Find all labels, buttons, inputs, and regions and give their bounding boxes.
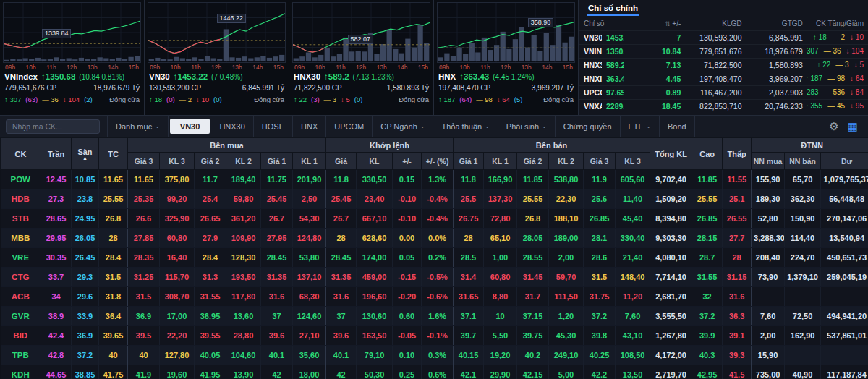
price-cell[interactable]: 193,50 (226, 268, 261, 287)
price-cell[interactable]: 25.45 (261, 190, 293, 209)
price-cell[interactable]: 31.55 (195, 287, 226, 307)
price-cell[interactable]: 28.6 (584, 248, 616, 268)
index-row-vnindex[interactable]: VNINDEX1350.6810.84779,651,67618,976.679… (579, 44, 868, 58)
price-cell[interactable]: 72,80 (484, 209, 517, 229)
price-cell[interactable]: 25.6 (584, 190, 616, 209)
ticker-row-kdh[interactable]: KDH44.6538.8541.7541.919,6041.9513,90421… (1, 365, 868, 379)
price-cell[interactable]: 605,60 (616, 170, 650, 190)
price-cell[interactable]: 11.65 (128, 170, 160, 190)
price-cell[interactable]: 31.4 (454, 268, 484, 287)
price-cell[interactable]: 2,00 (549, 248, 584, 268)
price-cell[interactable]: 13,60 (226, 307, 261, 326)
price-cell[interactable]: 40.25 (584, 346, 616, 365)
ticker-row-bid[interactable]: BID42.436.939.6539.522,2039.5528,8039.62… (1, 326, 868, 346)
ticker-symbol[interactable]: ACB (1, 287, 41, 307)
price-cell[interactable]: 188,10 (549, 209, 584, 229)
col-group-s-n[interactable]: Sàn▲ (72, 138, 99, 170)
price-cell[interactable]: 27.9 (195, 229, 226, 248)
chart-panel-vnindex[interactable]: 1339.8409h10h11h12h13h14h15hVNIndex↑1350… (0, 0, 145, 115)
price-cell[interactable]: 40.2 (517, 346, 549, 365)
price-cell[interactable]: 104,60 (226, 346, 261, 365)
price-cell[interactable]: 28.35 (128, 248, 160, 268)
price-cell[interactable]: 59,80 (226, 190, 261, 209)
price-cell[interactable]: 137,30 (484, 190, 517, 209)
search-input[interactable] (6, 119, 100, 134)
price-cell[interactable]: 1,20 (549, 307, 584, 326)
price-cell[interactable]: 16,40 (160, 248, 195, 268)
price-cell[interactable]: 128,30 (226, 248, 261, 268)
price-cell[interactable]: 2,50 (293, 190, 326, 209)
tab-etf[interactable]: ETF⌄ (621, 116, 660, 137)
tab-th-a-thu-n[interactable]: Thỏa thuận⌄ (433, 116, 498, 137)
price-cell[interactable]: 31.35 (261, 268, 293, 287)
price-cell[interactable]: 111,50 (549, 287, 584, 307)
price-cell[interactable]: 22,30 (549, 190, 584, 209)
price-cell[interactable]: 26.85 (584, 209, 616, 229)
price-cell[interactable]: 31.7 (517, 287, 549, 307)
ticker-row-gvr[interactable]: GVR38.933.936.436.917,0036.9513,6037124,… (1, 307, 868, 326)
tab-danh-m-c[interactable]: Danh mục⌄ (107, 116, 169, 137)
price-cell[interactable]: 22,20 (160, 326, 195, 346)
price-cell[interactable]: 35,60 (293, 346, 326, 365)
price-cell[interactable]: 37.15 (517, 307, 549, 326)
price-cell[interactable]: 25.55 (517, 190, 549, 209)
index-row-hnxindex[interactable]: HNXINDEX363.434.45197,408,4703,969.207↑ … (579, 72, 868, 85)
price-cell[interactable]: 26.7 (261, 209, 293, 229)
price-cell[interactable]: 26.6 (128, 209, 160, 229)
index-row-upcom[interactable]: UPCOM97.650.89116,467,2002,037.903↑ 283—… (579, 85, 868, 99)
price-cell[interactable]: 27,10 (293, 326, 326, 346)
price-cell[interactable]: 361,20 (226, 209, 261, 229)
ticker-row-vre[interactable]: VRE30.3526.4528.428.3516,4028.4128,3028.… (1, 248, 868, 268)
price-cell[interactable]: 37 (261, 307, 293, 326)
price-cell[interactable]: 249,10 (549, 346, 584, 365)
tab-cp-ng-nh[interactable]: CP Ngành⌄ (373, 116, 433, 137)
ticker-symbol[interactable]: VRE (1, 248, 41, 268)
price-cell[interactable]: 189,40 (226, 170, 261, 190)
price-cell[interactable]: 17,00 (160, 307, 195, 326)
ticker-row-tpb[interactable]: TPB42.837.24040127,8040.05104,6040.135,6… (1, 346, 868, 365)
price-cell[interactable]: 28.4 (195, 248, 226, 268)
price-cell[interactable]: 308,70 (160, 287, 195, 307)
index-row-vn30[interactable]: VN301453.227130,593,2006,845.991↑ 18— 2↓… (579, 30, 868, 44)
tab-ph-i-sinh[interactable]: Phái sinh⌄ (498, 116, 556, 137)
price-cell[interactable]: 36.95 (195, 307, 226, 326)
price-cell[interactable]: 53,80 (293, 248, 326, 268)
price-cell[interactable]: 42 (261, 365, 293, 379)
chart-panel-hnx30[interactable]: 582.0709h10h11h12h13h14h15hHNX30↑589.2(7… (289, 0, 434, 115)
price-cell[interactable]: 40.1 (261, 346, 293, 365)
price-cell[interactable]: 11.8 (454, 170, 484, 190)
ticker-row-hdb[interactable]: HDB27.323.825.5525.3599,2025.459,8025.45… (1, 190, 868, 209)
ticker-symbol[interactable]: HDB (1, 190, 41, 209)
price-cell[interactable]: 13,50 (616, 365, 650, 379)
price-cell[interactable]: 59,70 (549, 268, 584, 287)
ticker-row-stb[interactable]: STB28.6524.9526.826.6325,9026.65361,2026… (1, 209, 868, 229)
price-cell[interactable]: 31.65 (454, 287, 484, 307)
price-cell[interactable]: 60,80 (484, 268, 517, 287)
price-cell[interactable]: 27.85 (128, 229, 160, 248)
ticker-row-mbb[interactable]: MBB29.9526.052827.8560,8027.9109,9027.95… (1, 229, 868, 248)
price-cell[interactable]: 7,60 (616, 307, 650, 326)
tab-ch-ng-quy-n[interactable]: Chứng quyền (556, 116, 621, 137)
ticker-row-acb[interactable]: ACB3429.631.831.5308,7031.55117,8031.668… (1, 287, 868, 307)
price-cell[interactable]: 37.1 (454, 307, 484, 326)
price-cell[interactable]: 31.25 (128, 268, 160, 287)
ticker-symbol[interactable]: POW (1, 170, 41, 190)
price-cell[interactable]: 36.9 (128, 307, 160, 326)
price-cell[interactable]: 11,40 (616, 190, 650, 209)
index-row-hnx30[interactable]: HNX30589.27.1371,822,5001,580.893↑ 22— 3… (579, 58, 868, 72)
price-cell[interactable]: 148,40 (616, 268, 650, 287)
price-cell[interactable]: 11.75 (261, 170, 293, 190)
price-cell[interactable]: 42.2 (584, 365, 616, 379)
ticker-row-ctg[interactable]: CTG33.729.331.531.25115,7031.3193,5031.3… (1, 268, 868, 287)
price-cell[interactable]: 8,80 (484, 287, 517, 307)
price-cell[interactable]: 137,10 (293, 268, 326, 287)
price-cell[interactable]: 115,70 (160, 268, 195, 287)
price-cell[interactable]: 11,20 (616, 287, 650, 307)
price-cell[interactable]: 39.8 (584, 326, 616, 346)
price-cell[interactable]: 10 (484, 307, 517, 326)
price-cell[interactable]: 25.5 (454, 190, 484, 209)
ticker-symbol[interactable]: BID (1, 326, 41, 346)
price-cell[interactable]: 39.5 (128, 326, 160, 346)
price-cell[interactable]: 166,90 (484, 170, 517, 190)
price-cell[interactable]: 18,00 (293, 365, 326, 379)
